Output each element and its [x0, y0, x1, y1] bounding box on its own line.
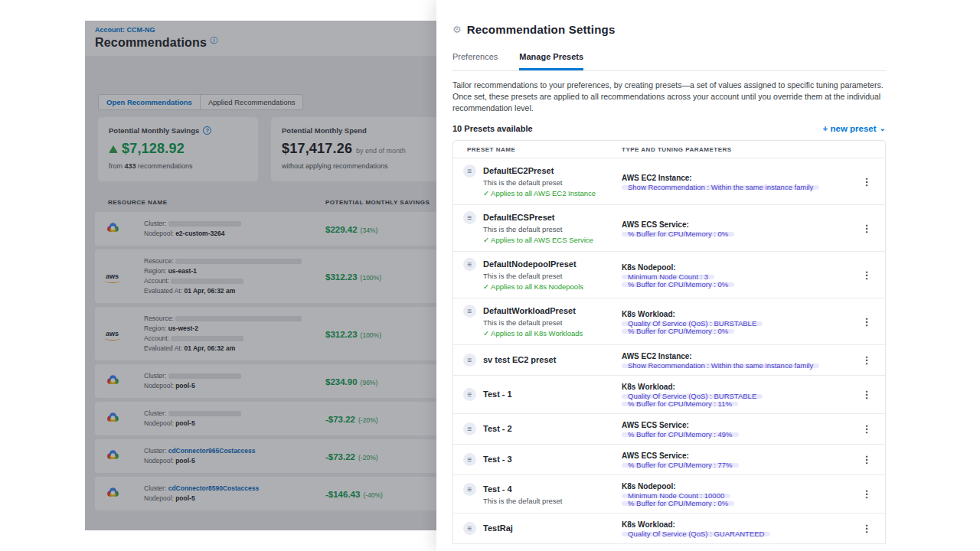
tab-preferences[interactable]: Preferences — [452, 52, 498, 70]
redacted-value — [168, 373, 241, 379]
spend-subtext: without applying recommendations — [282, 162, 436, 170]
preset-description: This is the default preset — [483, 272, 583, 280]
savings-amount: $229.42 — [325, 225, 358, 234]
resource-line: Cluster: — [144, 371, 297, 381]
savings-percent: (100%) — [361, 331, 381, 339]
tuning-parameter-pill: % Buffer for CPU/Memory : 0% — [622, 329, 734, 334]
resource-line: Resource: — [144, 256, 297, 266]
preset-name: TestRaj — [483, 523, 513, 533]
tuning-parameter-pill: Quality Of Service (QoS) : BURSTABLE — [622, 321, 763, 326]
table-row[interactable]: Cluster: cdConnector965CostaccessNodepoo… — [95, 439, 436, 473]
page-header: Account: CCM-NG Recommendations ⓘ — [85, 21, 436, 56]
resource-line: Nodepool: pool-5 — [144, 494, 297, 504]
preset-handle-icon[interactable]: ≡ — [463, 453, 476, 466]
table-row[interactable]: Cluster: Nodepool: pool-5$234.90(96%) — [95, 364, 436, 398]
preset-name-cell: ≡DefaultWorkloadPresetThis is the defaul… — [453, 305, 622, 337]
resource-line: Region: us-west-2 — [144, 324, 297, 334]
resource-label: Nodepool: — [144, 419, 175, 427]
preset-handle-icon[interactable]: ≡ — [463, 483, 476, 496]
table-row[interactable]: Cluster: Nodepool: pool-5-$73.22(-20%) — [95, 402, 436, 435]
kebab-menu-icon[interactable]: ⋮ — [848, 423, 885, 435]
preset-handle-icon[interactable]: ≡ — [463, 165, 476, 178]
kebab-menu-icon[interactable]: ⋮ — [848, 488, 885, 500]
preset-name-block: DefaultWorkloadPresetThis is the default… — [483, 305, 583, 337]
preset-name: DefaultWorkloadPreset — [483, 305, 583, 316]
gcp-icon — [106, 222, 120, 236]
preset-name: sv test EC2 preset — [483, 354, 556, 365]
preset-handle-icon[interactable]: ≡ — [463, 422, 476, 435]
preset-name: Test - 2 — [483, 423, 512, 434]
info-icon[interactable]: ⓘ — [210, 37, 217, 44]
table-row[interactable]: awsResource: Region: us-west-2Account: E… — [95, 307, 436, 360]
redacted-value — [171, 336, 243, 341]
kebab-menu-icon[interactable]: ⋮ — [848, 223, 885, 234]
tuning-parameter-pill: % Buffer for CPU/Memory : 49% — [622, 432, 739, 437]
preset-handle-icon[interactable]: ≡ — [463, 211, 476, 224]
page-title: Recommendations — [95, 36, 207, 50]
question-icon[interactable]: ? — [203, 126, 211, 135]
savings-card-title: Potential Monthly Savings — [109, 126, 199, 135]
savings-value: $7,128.92 — [122, 141, 185, 157]
preset-type-label: K8s Workload: — [622, 520, 848, 529]
gcp-icon — [106, 412, 126, 426]
kebab-menu-icon[interactable]: ⋮ — [848, 454, 885, 465]
gcp-icon — [106, 222, 126, 236]
savings-percent: (-20%) — [358, 416, 378, 424]
redacted-value — [168, 411, 241, 416]
tuning-parameter-pill: Quality Of Service (QoS) : GUARANTEED — [622, 532, 770, 536]
resource-label: Nodepool: — [144, 457, 175, 465]
preset-type-label: AWS ECS Service: — [622, 220, 848, 229]
preset-handle-icon[interactable]: ≡ — [463, 522, 476, 535]
tab-manage-presets[interactable]: Manage Presets — [519, 52, 583, 70]
kebab-menu-icon[interactable]: ⋮ — [848, 269, 885, 281]
savings-cell: $312.23(100%) — [325, 327, 381, 341]
preset-name-block: DefaultECSPresetThis is the default pres… — [483, 212, 593, 244]
kebab-menu-icon[interactable]: ⋮ — [848, 354, 885, 366]
preset-row: ≡TestRajK8s Workload:Quality Of Service … — [453, 514, 885, 544]
kebab-menu-icon[interactable]: ⋮ — [848, 316, 885, 328]
preset-handle-icon[interactable]: ≡ — [463, 354, 476, 367]
tuning-parameter-line: Quality Of Service (QoS) : BURSTABLE — [622, 391, 848, 399]
table-row[interactable]: awsResource: Region: us-east-1Account: E… — [95, 249, 436, 303]
tuning-parameter-pill: Minimum Node Count : 3 — [622, 275, 714, 279]
kebab-menu-icon[interactable]: ⋮ — [848, 389, 885, 400]
preset-type-label: AWS ECS Service: — [622, 421, 848, 429]
tuning-parameter-line: % Buffer for CPU/Memory : 0% — [622, 279, 848, 287]
kebab-menu-icon[interactable]: ⋮ — [848, 523, 885, 534]
tuning-parameter-pill: % Buffer for CPU/Memory : 0% — [622, 232, 734, 236]
column-preset-name: PRESET NAME — [453, 146, 622, 153]
tuning-parameter-line: % Buffer for CPU/Memory : 11% — [622, 399, 848, 406]
preset-type-label: K8s Nodepool: — [622, 263, 848, 272]
savings-amount: -$146.43 — [325, 490, 360, 499]
cluster-link[interactable]: cdConnector8590Costaccess — [168, 484, 260, 492]
savings-cell: $234.90(96%) — [325, 374, 377, 388]
preset-type-cell: AWS ECS Service:% Buffer for CPU/Memory … — [622, 220, 848, 236]
column-potential-savings: POTENTIAL MONTHLY SAVINGS — [325, 199, 430, 206]
preset-type-cell: AWS EC2 Instance:Show Recommendation : W… — [622, 352, 848, 368]
cluster-link[interactable]: cdConnector965Costaccess — [168, 447, 256, 455]
resource-value: us-west-2 — [168, 324, 198, 332]
resource-value: pool-5 — [175, 457, 195, 465]
resource-details: Cluster: cdConnector8590CostaccessNodepo… — [144, 484, 297, 504]
tuning-parameter-line: Quality Of Service (QoS) : GUARANTEED — [622, 529, 848, 536]
preset-handle-icon[interactable]: ≡ — [463, 305, 476, 318]
spend-card-title: Potential Monthly Spend — [282, 126, 367, 135]
preset-row: ≡DefaultECSPresetThis is the default pre… — [453, 205, 885, 252]
preset-type-cell: K8s Nodepool:Minimum Node Count : 10000%… — [622, 482, 848, 506]
table-row[interactable]: Cluster: Nodepool: e2-custom-3264$229.42… — [95, 212, 436, 246]
tab-applied-recommendations[interactable]: Applied Recommendations — [200, 95, 303, 109]
account-breadcrumb[interactable]: Account: CCM-NG — [95, 26, 436, 34]
kebab-menu-icon[interactable]: ⋮ — [848, 176, 885, 187]
savings-cell: $312.23(100%) — [325, 269, 381, 283]
new-preset-button[interactable]: + new preset ⌄ — [823, 124, 886, 133]
resource-value: 01 Apr, 06:32 am — [184, 287, 235, 295]
presets-table: PRESET NAME TYPE AND TUNING PARAMETERS ≡… — [452, 140, 886, 544]
preset-handle-icon[interactable]: ≡ — [463, 258, 476, 271]
savings-percent: (-40%) — [363, 491, 383, 499]
table-row[interactable]: Cluster: cdConnector8590CostaccessNodepo… — [95, 477, 436, 510]
recommendations-tabs: Open Recommendations Applied Recommendat… — [98, 94, 303, 110]
preset-handle-icon[interactable]: ≡ — [463, 388, 476, 401]
tab-open-recommendations[interactable]: Open Recommendations — [99, 95, 200, 109]
preset-name: DefaultEC2Preset — [483, 165, 596, 176]
preset-row: ≡DefaultEC2PresetThis is the default pre… — [453, 158, 885, 205]
